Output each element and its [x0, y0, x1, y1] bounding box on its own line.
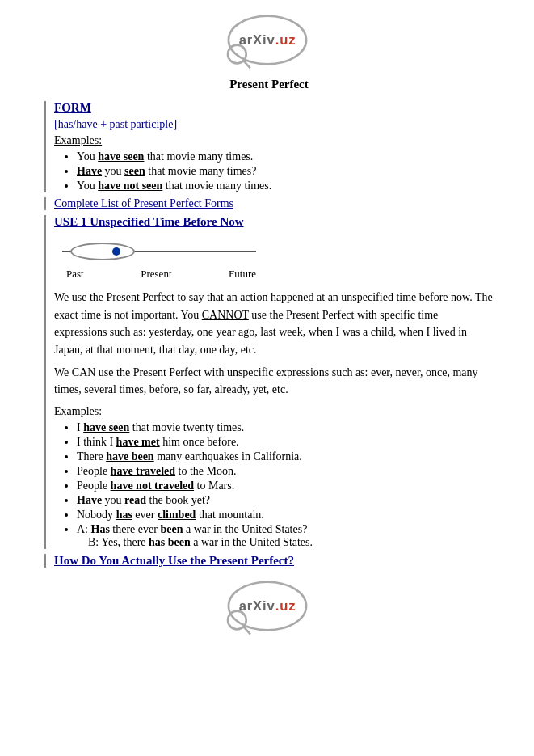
bold-underline-text: has been [149, 536, 191, 548]
timeline: Past Present Future [54, 235, 494, 281]
list-item: You have seen that movie many times. [77, 150, 494, 163]
bold-underline-text: have been [106, 450, 154, 462]
logo-top: arXiv.uz [0, 0, 534, 78]
list-item: People have not traveled to Mars. [77, 479, 494, 492]
bold-underline-text: have seen [83, 421, 129, 433]
use1-examples-label: Examples: [54, 405, 494, 418]
form-section: FORM [has/have + past participle] Exampl… [44, 101, 494, 192]
timeline-labels: Past Present Future [62, 268, 256, 281]
bold-underline-text: seen [124, 165, 145, 177]
list-item: Nobody has ever climbed that mountain. [77, 509, 494, 522]
timeline-future: Future [229, 268, 256, 281]
logo-bottom: arXiv.uz [0, 574, 534, 652]
bold-underline-text: been [160, 523, 183, 535]
bold-underline-text: have seen [98, 150, 144, 163]
list-item: I have seen that movie twenty times. [77, 421, 494, 434]
arxiv-logo-top: arXiv.uz [219, 15, 316, 71]
complete-list-link[interactable]: Complete List of Present Perfect Forms [54, 197, 494, 210]
bold-underline-text: Has [91, 523, 110, 535]
use1-examples-list: I have seen that movie twenty times. I t… [77, 421, 494, 549]
form-heading[interactable]: FORM [54, 101, 494, 115]
form-subheading[interactable]: [has/have + past participle] [54, 118, 494, 131]
bold-underline-text: read [124, 494, 146, 506]
list-item: You have not seen that movie many times. [77, 179, 494, 192]
body-paragraph-1: We use the Present Perfect to say that a… [54, 289, 494, 359]
timeline-present: Present [141, 268, 171, 281]
how-do-link[interactable]: How Do You Actually Use the Present Perf… [54, 554, 494, 568]
timeline-oval [70, 243, 135, 260]
svg-text:arXiv.uz: arXiv.uz [238, 598, 296, 614]
how-do-section: How Do You Actually Use the Present Perf… [44, 554, 494, 568]
body-paragraph-2: We CAN use the Present Perfect with unsp… [54, 364, 494, 399]
list-item: I think I have met him once before. [77, 436, 494, 449]
svg-text:arXiv.uz: arXiv.uz [238, 32, 296, 48]
list-item: There have been many earthquakes in Cali… [77, 450, 494, 463]
list-item: A: Has there ever been a war in the Unit… [77, 523, 494, 549]
timeline-dot [112, 247, 120, 256]
bold-underline-text: Have [77, 494, 102, 506]
bold-underline-text: have not seen [98, 179, 162, 192]
bold-underline-text: Have [77, 165, 102, 177]
content-area: Present Perfect FORM [has/have + past pa… [0, 78, 534, 568]
page-title: Present Perfect [44, 78, 494, 91]
page: arXiv.uz Present Perfect FORM [has/have … [0, 0, 534, 756]
use1-section: USE 1 Unspecified Time Before Now Past P… [44, 215, 494, 549]
timeline-row [62, 235, 256, 268]
bold-underline-text: climbed [158, 509, 196, 521]
list-item: Have you read the book yet? [77, 494, 494, 507]
arxiv-logo-bottom: arXiv.uz [219, 581, 316, 637]
form-examples-label: Examples: [54, 134, 494, 147]
form-examples-list: You have seen that movie many times. Hav… [77, 150, 494, 192]
bold-underline-text: have met [116, 436, 160, 448]
timeline-past: Past [66, 268, 84, 281]
bold-underline-text: has [116, 509, 132, 521]
bold-underline-text: have traveled [111, 465, 175, 477]
list-item: Have you seen that movie many times? [77, 165, 494, 178]
list-item: People have traveled to the Moon. [77, 465, 494, 478]
bold-underline-text: have not traveled [111, 479, 194, 492]
complete-list-section: Complete List of Present Perfect Forms [44, 197, 494, 210]
use1-heading: USE 1 Unspecified Time Before Now [54, 215, 494, 229]
cannot-text: CANNOT [202, 309, 249, 321]
